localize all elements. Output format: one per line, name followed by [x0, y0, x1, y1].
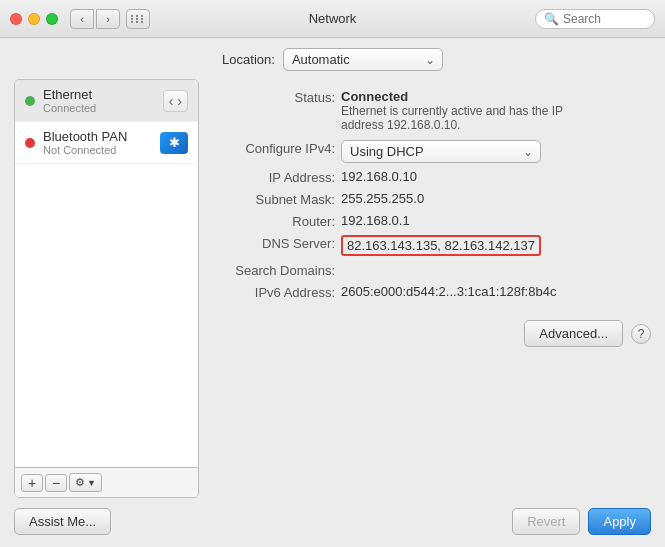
location-bar: Location: Automatic	[0, 38, 665, 79]
advanced-button[interactable]: Advanced...	[524, 320, 623, 347]
bluetooth-sub: Not Connected	[43, 144, 160, 156]
router-row: Router: 192.168.0.1	[211, 213, 651, 229]
status-row: Status: Connected Ethernet is currently …	[211, 89, 651, 132]
subnet-row: Subnet Mask: 255.255.255.0	[211, 191, 651, 207]
bluetooth-icon: ✱	[160, 132, 188, 154]
main-content: Location: Automatic Ethernet Connected ‹…	[0, 38, 665, 547]
gear-menu-button[interactable]: ⚙ ▼	[69, 473, 102, 492]
dns-value: 82.163.143.135, 82.163.142.137	[341, 235, 541, 256]
advanced-row: Advanced... ?	[211, 320, 651, 347]
grid-icon	[131, 15, 145, 23]
ethernet-name: Ethernet	[43, 87, 163, 102]
assist-group: Assist Me...	[14, 508, 111, 535]
ethernet-text: Ethernet Connected	[43, 87, 163, 114]
configure-row: Configure IPv4: Using DHCP	[211, 140, 651, 163]
status-value: Connected	[341, 89, 563, 104]
sidebar-item-ethernet[interactable]: Ethernet Connected ‹ ›	[15, 80, 198, 122]
status-value-block: Connected Ethernet is currently active a…	[341, 89, 563, 132]
sidebar-footer: + − ⚙ ▼	[15, 467, 198, 497]
traffic-lights	[10, 13, 58, 25]
back-button[interactable]: ‹	[70, 9, 94, 29]
subnet-label: Subnet Mask:	[211, 191, 341, 207]
revert-button[interactable]: Revert	[512, 508, 580, 535]
detail-content: Status: Connected Ethernet is currently …	[211, 79, 651, 498]
location-select-wrapper: Automatic	[283, 48, 443, 71]
detail-panel: Status: Connected Ethernet is currently …	[211, 79, 651, 498]
ethernet-sub: Connected	[43, 102, 163, 114]
location-label: Location:	[222, 52, 275, 67]
maximize-button[interactable]	[46, 13, 58, 25]
bluetooth-name: Bluetooth PAN	[43, 129, 160, 144]
sidebar-item-bluetooth[interactable]: Bluetooth PAN Not Connected ✱	[15, 122, 198, 164]
add-network-button[interactable]: +	[21, 474, 43, 492]
ip-label: IP Address:	[211, 169, 341, 185]
status-label: Status:	[211, 89, 341, 105]
router-value: 192.168.0.1	[341, 213, 410, 228]
subnet-value: 255.255.255.0	[341, 191, 424, 206]
grid-button[interactable]	[126, 9, 150, 29]
configure-select[interactable]: Using DHCP	[341, 140, 541, 163]
search-input[interactable]	[563, 12, 653, 26]
help-button[interactable]: ?	[631, 324, 651, 344]
ipv6-label: IPv6 Address:	[211, 284, 341, 300]
bottom-bar: Assist Me... Revert Apply	[0, 498, 665, 547]
dns-row: DNS Server: 82.163.143.135, 82.163.142.1…	[211, 235, 651, 256]
search-box[interactable]: 🔍	[535, 9, 655, 29]
ethernet-icon: ‹ ›	[163, 90, 188, 112]
search-domains-row: Search Domains:	[211, 262, 651, 278]
apply-button[interactable]: Apply	[588, 508, 651, 535]
ip-row: IP Address: 192.168.0.10	[211, 169, 651, 185]
close-button[interactable]	[10, 13, 22, 25]
router-label: Router:	[211, 213, 341, 229]
titlebar: ‹ › Network 🔍	[0, 0, 665, 38]
bluetooth-text: Bluetooth PAN Not Connected	[43, 129, 160, 156]
ip-value: 192.168.0.10	[341, 169, 417, 184]
sidebar-list: Ethernet Connected ‹ › Bluetooth PAN Not…	[15, 80, 198, 467]
forward-button[interactable]: ›	[96, 9, 120, 29]
bluetooth-status-indicator	[25, 138, 35, 148]
ipv6-value: 2605:e000:d544:2...3:1ca1:128f:8b4c	[341, 284, 556, 299]
search-domains-label: Search Domains:	[211, 262, 341, 278]
search-icon: 🔍	[544, 12, 559, 26]
status-description: Ethernet is currently active and has the…	[341, 104, 563, 132]
body-area: Ethernet Connected ‹ › Bluetooth PAN Not…	[0, 79, 665, 498]
sidebar: Ethernet Connected ‹ › Bluetooth PAN Not…	[14, 79, 199, 498]
gear-icon: ⚙	[75, 476, 85, 489]
gear-chevron-icon: ▼	[87, 478, 96, 488]
configure-label: Configure IPv4:	[211, 140, 341, 156]
ethernet-status-indicator	[25, 96, 35, 106]
nav-buttons: ‹ ›	[70, 9, 120, 29]
window-title: Network	[309, 11, 357, 26]
minimize-button[interactable]	[28, 13, 40, 25]
remove-network-button[interactable]: −	[45, 474, 67, 492]
location-select[interactable]: Automatic	[283, 48, 443, 71]
ipv6-row: IPv6 Address: 2605:e000:d544:2...3:1ca1:…	[211, 284, 651, 300]
assist-button[interactable]: Assist Me...	[14, 508, 111, 535]
dns-label: DNS Server:	[211, 235, 341, 251]
configure-select-wrapper: Using DHCP	[341, 140, 541, 163]
